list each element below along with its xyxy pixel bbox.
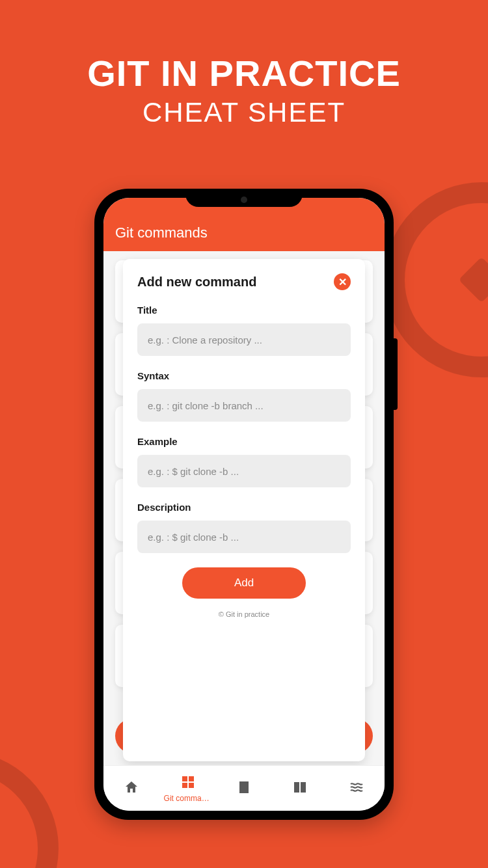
add-command-modal: Add new command ✕ Title Syntax Example D… [123, 259, 365, 761]
add-button[interactable]: Add [182, 567, 306, 599]
title-label: Title [137, 305, 351, 316]
svg-rect-1 [189, 776, 194, 781]
modal-title: Add new command [137, 275, 256, 290]
nav-book[interactable] [272, 766, 328, 811]
syntax-input[interactable] [137, 389, 351, 422]
description-label: Description [137, 502, 351, 513]
svg-rect-0 [182, 776, 187, 781]
bottom-nav: Git comman… [103, 765, 385, 811]
title-input[interactable] [137, 323, 351, 356]
description-input[interactable] [137, 521, 351, 553]
background-decoration-right [384, 182, 488, 377]
nav-more[interactable] [329, 766, 385, 811]
close-icon: ✕ [338, 276, 347, 288]
home-icon [124, 780, 139, 798]
screen-content: Add new command ✕ Title Syntax Example D… [103, 251, 385, 765]
waves-icon [349, 780, 364, 798]
promo-title: GIT IN PRACTICE [0, 52, 488, 94]
phone-screen: Git commands Add new command ✕ Title Syn… [103, 198, 385, 811]
nav-git-commands[interactable]: Git comman… [159, 766, 215, 811]
promo-header: GIT IN PRACTICE CHEAT SHEET [0, 0, 488, 128]
app-bar: Git commands [103, 215, 385, 251]
note-icon [236, 780, 252, 798]
app-bar-title: Git commands [115, 224, 208, 241]
nav-notes[interactable] [216, 766, 272, 811]
example-label: Example [137, 436, 351, 447]
modal-credit: © Git in practice [137, 610, 351, 618]
svg-rect-2 [182, 783, 187, 788]
background-decoration-left [0, 751, 59, 868]
nav-label: Git comman… [164, 794, 212, 803]
phone-frame: Git commands Add new command ✕ Title Syn… [94, 189, 394, 820]
book-icon [292, 780, 308, 798]
syntax-label: Syntax [137, 370, 351, 381]
close-button[interactable]: ✕ [334, 273, 351, 290]
svg-rect-3 [189, 783, 194, 788]
nav-home[interactable] [103, 766, 159, 811]
grid-icon [180, 774, 196, 793]
example-input[interactable] [137, 455, 351, 487]
promo-subtitle: CHEAT SHEET [0, 97, 488, 128]
phone-notch [185, 189, 303, 207]
